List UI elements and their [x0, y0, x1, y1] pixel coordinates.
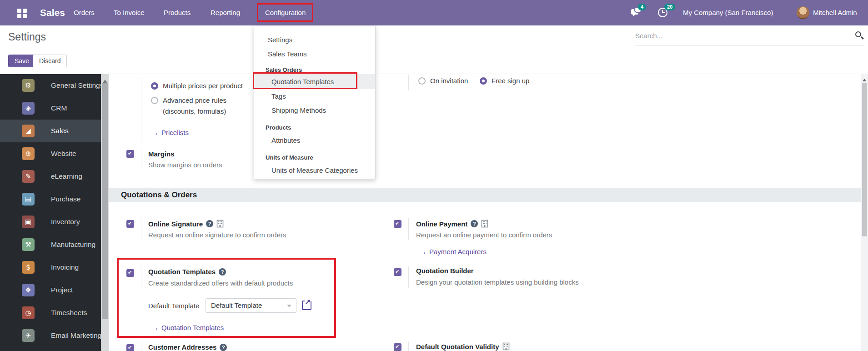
quotation-templates-label: Quotation Templates — [148, 268, 226, 276]
configuration-dropdown: Settings Sales Teams Sales Orders Quotat… — [254, 26, 376, 179]
online-payment-checkbox[interactable] — [394, 220, 401, 228]
messages-badge: 4 — [638, 4, 646, 10]
quotation-templates-link[interactable]: →Quotation Templates — [152, 324, 224, 331]
scrollbar-thumb[interactable] — [102, 83, 108, 319]
user-menu[interactable]: Mitchell Admin — [813, 0, 857, 25]
setting-pane-divider — [141, 342, 141, 351]
sidebar-item-email-marketing[interactable]: ✈ Email Marketing — [0, 324, 101, 347]
sidebar-item-inventory[interactable]: ▣ Inventory — [0, 211, 101, 233]
chevron-down-icon — [287, 305, 291, 310]
setting-pane-divider — [141, 266, 141, 289]
sidebar-item-elearning[interactable]: ✎ eLearning — [0, 165, 101, 188]
sidebar-item-general-settings[interactable]: ⚙ General Settings — [0, 74, 101, 97]
sidebar-item-sales[interactable]: ◢ Sales — [0, 120, 101, 142]
menu-item-uom-categories[interactable]: Units of Measure Categories — [254, 164, 375, 178]
section-title: Quotations & Orders — [121, 191, 197, 200]
arrow-right-icon: → — [420, 248, 426, 256]
on-invitation-label: On invitation — [430, 77, 468, 85]
arrow-right-icon: → — [152, 129, 159, 136]
menu-item-shipping-methods[interactable]: Shipping Methods — [254, 104, 375, 118]
external-link-icon[interactable] — [302, 301, 311, 310]
sidebar-item-website[interactable]: ⊕ Website — [0, 142, 101, 165]
nav-configuration[interactable]: Configuration — [265, 0, 306, 25]
nav-products[interactable]: Products — [164, 0, 191, 25]
sidebar-item-purchase[interactable]: ▤ Purchase — [0, 188, 101, 211]
default-quotation-validity-label: Default Quotation Validity — [416, 342, 510, 351]
default-template-select[interactable]: Default Template — [206, 298, 296, 313]
quotation-builder-label: Quotation Builder — [416, 267, 474, 275]
top-navbar: Sales Orders To Invoice Products Reporti… — [0, 0, 868, 25]
default-quotation-validity-checkbox[interactable] — [394, 343, 401, 351]
help-icon[interactable] — [471, 220, 478, 227]
online-signature-label: Online Signature — [148, 220, 224, 228]
menu-header-units-of-measure: Units of Measure — [266, 154, 313, 161]
scroll-up-icon[interactable] — [103, 77, 107, 83]
advanced-price-rules-label-2: (discounts, formulas) — [163, 107, 226, 115]
quotation-templates-checkbox[interactable] — [126, 269, 134, 277]
sidebar-item-project[interactable]: ❖ Project — [0, 279, 101, 301]
payment-acquirers-link[interactable]: →Payment Acquirers — [420, 248, 487, 256]
menu-header-products: Products — [266, 124, 291, 131]
company-building-icon — [216, 220, 224, 228]
menu-item-attributes[interactable]: Attributes — [254, 134, 375, 148]
multiple-prices-label: Multiple prices per product — [163, 82, 243, 90]
sidebar-item-timesheets[interactable]: ◷ Timesheets — [0, 301, 101, 324]
menu-item-tags[interactable]: Tags — [254, 90, 375, 104]
scrollbar-thumb[interactable] — [862, 83, 867, 236]
margins-label: Margins — [148, 150, 175, 158]
free-sign-up-label: Free sign up — [492, 77, 529, 85]
activities-badge: 20 — [664, 4, 675, 10]
help-icon[interactable] — [220, 344, 227, 351]
menu-item-settings[interactable]: Settings — [254, 33, 375, 47]
setting-pane-divider — [408, 75, 409, 90]
sidebar-item-manufacturing[interactable]: ⚒ Manufacturing — [0, 233, 101, 256]
save-button[interactable]: Save — [8, 55, 35, 67]
default-template-field-label: Default Template — [148, 302, 199, 310]
content-scrollbar[interactable] — [861, 74, 868, 351]
sidebar-item-invoicing[interactable]: $ Invoicing — [0, 256, 101, 279]
user-avatar[interactable] — [797, 6, 809, 19]
quotation-builder-description: Design your quotation templates using bu… — [416, 278, 579, 286]
nav-to-invoice[interactable]: To Invoice — [114, 0, 145, 25]
apps-sidebar: ⚙ General Settings ◈ CRM ◢ Sales ⊕ Websi… — [0, 74, 101, 351]
menu-item-sales-teams[interactable]: Sales Teams — [254, 47, 375, 61]
customer-addresses-checkbox[interactable] — [126, 344, 134, 351]
project-app-icon: ❖ — [22, 284, 35, 296]
discard-button[interactable]: Discard — [33, 55, 67, 67]
customer-addresses-label: Customer Addresses — [148, 343, 227, 351]
nav-orders[interactable]: Orders — [74, 0, 95, 25]
menu-header-sales-orders: Sales Orders — [266, 66, 302, 73]
advanced-price-rules-radio[interactable] — [151, 97, 158, 104]
apps-menu-icon[interactable] — [17, 9, 21, 13]
company-switcher[interactable]: My Company (San Francisco) — [683, 0, 773, 25]
arrow-right-icon: → — [152, 324, 159, 331]
scroll-up-icon[interactable] — [863, 77, 866, 81]
menu-item-quotation-templates[interactable]: Quotation Templates — [254, 74, 375, 89]
multiple-prices-radio[interactable] — [151, 82, 158, 90]
search-icon[interactable] — [855, 31, 861, 37]
setting-pane-divider — [408, 341, 409, 351]
sidebar-scrollbar[interactable] — [101, 74, 109, 351]
on-invitation-radio[interactable] — [418, 77, 426, 85]
online-signature-description: Request an online signature to confirm o… — [148, 231, 286, 239]
online-payment-label: Online Payment — [416, 220, 488, 228]
advanced-price-rules-label: Advanced price rules — [163, 96, 226, 104]
gear-app-icon: ⚙ — [22, 79, 35, 92]
setting-pane-divider — [141, 78, 141, 141]
pricelists-link[interactable]: →Pricelists — [152, 129, 189, 136]
help-icon[interactable] — [219, 268, 226, 276]
setting-pane-divider — [141, 218, 141, 240]
quotation-builder-checkbox[interactable] — [394, 268, 401, 276]
manufacturing-app-icon: ⚒ — [22, 238, 35, 251]
margins-description: Show margins on orders — [148, 161, 222, 169]
company-building-icon — [481, 220, 488, 228]
free-sign-up-radio[interactable] — [480, 77, 487, 85]
online-signature-checkbox[interactable] — [126, 220, 134, 228]
search-input[interactable] — [635, 27, 844, 44]
nav-reporting[interactable]: Reporting — [211, 0, 240, 25]
elearning-app-icon: ✎ — [22, 170, 35, 183]
sidebar-item-crm[interactable]: ◈ CRM — [0, 97, 101, 120]
help-icon[interactable] — [206, 220, 213, 227]
margins-checkbox[interactable] — [126, 150, 134, 158]
email-app-icon: ✈ — [22, 329, 35, 342]
